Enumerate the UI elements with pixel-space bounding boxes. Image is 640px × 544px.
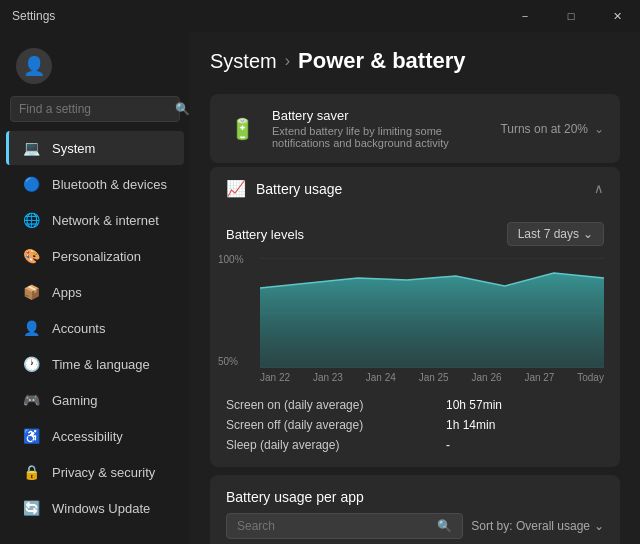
page-title: Power & battery bbox=[298, 48, 466, 74]
x-label-5: Jan 27 bbox=[524, 372, 554, 383]
personalization-icon: 🎨 bbox=[22, 247, 40, 265]
apps-icon: 📦 bbox=[22, 283, 40, 301]
sidebar-item-gaming[interactable]: 🎮 Gaming bbox=[6, 383, 184, 417]
sidebar-item-label: Windows Update bbox=[52, 501, 150, 516]
battery-per-app-section: Battery usage per app 🔍 Sort by: Overall… bbox=[210, 475, 620, 544]
avatar: 👤 bbox=[16, 48, 52, 84]
breadcrumb-parent: System bbox=[210, 50, 277, 73]
titlebar-controls: − □ ✕ bbox=[502, 0, 640, 32]
sleep-value: - bbox=[446, 438, 450, 452]
screen-off-value: 1h 14min bbox=[446, 418, 495, 432]
x-label-3: Jan 25 bbox=[419, 372, 449, 383]
sidebar-item-privacy[interactable]: 🔒 Privacy & security bbox=[6, 455, 184, 489]
per-app-header: Battery usage per app bbox=[210, 475, 620, 513]
per-app-title: Battery usage per app bbox=[226, 489, 364, 505]
system-icon: 💻 bbox=[22, 139, 40, 157]
sidebar-item-apps[interactable]: 📦 Apps bbox=[6, 275, 184, 309]
battery-saver-status: Turns on at 20% bbox=[500, 122, 588, 136]
sort-dropdown[interactable]: Sort by: Overall usage ⌄ bbox=[471, 519, 604, 533]
accessibility-icon: ♿ bbox=[22, 427, 40, 445]
sidebar-item-bluetooth[interactable]: 🔵 Bluetooth & devices bbox=[6, 167, 184, 201]
section-title: 📈 Battery usage bbox=[226, 179, 594, 198]
sidebar-item-label: Personalization bbox=[52, 249, 141, 264]
chevron-down-icon: ⌄ bbox=[594, 122, 604, 136]
minimize-button[interactable]: − bbox=[502, 0, 548, 32]
screen-off-label: Screen off (daily average) bbox=[226, 418, 446, 432]
chart-y-labels: 100% 50% bbox=[218, 254, 244, 367]
sort-chevron-icon: ⌄ bbox=[594, 519, 604, 533]
per-app-search-row: 🔍 Sort by: Overall usage ⌄ bbox=[226, 513, 604, 539]
time-range-dropdown[interactable]: Last 7 days ⌄ bbox=[507, 222, 604, 246]
bluetooth-icon: 🔵 bbox=[22, 175, 40, 193]
titlebar-left: Settings bbox=[12, 9, 55, 23]
sidebar-item-label: System bbox=[52, 141, 95, 156]
breadcrumb-chevron: › bbox=[285, 52, 290, 70]
sidebar-item-label: Bluetooth & devices bbox=[52, 177, 167, 192]
avatar-icon: 👤 bbox=[23, 55, 45, 77]
x-label-1: Jan 23 bbox=[313, 372, 343, 383]
sidebar-item-label: Network & internet bbox=[52, 213, 159, 228]
stat-row-screen-on: Screen on (daily average) 10h 57min bbox=[226, 395, 604, 415]
screen-on-value: 10h 57min bbox=[446, 398, 502, 412]
battery-saver-text: Battery saver Extend battery life by lim… bbox=[272, 108, 486, 149]
search-input[interactable] bbox=[19, 102, 169, 116]
sidebar-item-label: Accounts bbox=[52, 321, 105, 336]
dropdown-chevron-icon: ⌄ bbox=[583, 227, 593, 241]
main-content: System › Power & battery 🔋 Battery saver… bbox=[190, 32, 640, 544]
x-label-4: Jan 26 bbox=[472, 372, 502, 383]
battery-stats: Screen on (daily average) 10h 57min Scre… bbox=[210, 387, 620, 467]
stat-row-screen-off: Screen off (daily average) 1h 14min bbox=[226, 415, 604, 435]
battery-levels-header: Battery levels Last 7 days ⌄ bbox=[210, 210, 620, 254]
close-button[interactable]: ✕ bbox=[594, 0, 640, 32]
window-content: 👤 🔍 💻 System 🔵 Bluetooth & devices 🌐 Net… bbox=[0, 32, 640, 544]
privacy-icon: 🔒 bbox=[22, 463, 40, 481]
gaming-icon: 🎮 bbox=[22, 391, 40, 409]
battery-usage-section: 📈 Battery usage ∧ Battery levels Last 7 … bbox=[210, 167, 620, 467]
battery-usage-label: Battery usage bbox=[256, 181, 342, 197]
sidebar-item-label: Apps bbox=[52, 285, 82, 300]
sidebar-item-time[interactable]: 🕐 Time & language bbox=[6, 347, 184, 381]
stat-row-sleep: Sleep (daily average) - bbox=[226, 435, 604, 455]
x-label-today: Today bbox=[577, 372, 604, 383]
search-box[interactable]: 🔍 bbox=[10, 96, 180, 122]
sidebar-item-system[interactable]: 💻 System bbox=[6, 131, 184, 165]
battery-usage-header[interactable]: 📈 Battery usage ∧ bbox=[210, 167, 620, 210]
x-label-2: Jan 24 bbox=[366, 372, 396, 383]
page-header: System › Power & battery bbox=[210, 48, 620, 74]
x-label-0: Jan 22 bbox=[260, 372, 290, 383]
battery-saver-row[interactable]: 🔋 Battery saver Extend battery life by l… bbox=[210, 94, 620, 163]
screen-on-label: Screen on (daily average) bbox=[226, 398, 446, 412]
battery-saver-title: Battery saver bbox=[272, 108, 486, 123]
avatar-area: 👤 bbox=[0, 40, 190, 96]
sidebar-item-network[interactable]: 🌐 Network & internet bbox=[6, 203, 184, 237]
battery-chart-svg bbox=[260, 258, 604, 368]
settings-title: Settings bbox=[12, 9, 55, 23]
chart-container: 100% 50% bbox=[210, 254, 620, 387]
accounts-icon: 👤 bbox=[22, 319, 40, 337]
battery-saver-card: 🔋 Battery saver Extend battery life by l… bbox=[210, 94, 620, 163]
per-app-search-input[interactable] bbox=[237, 519, 431, 533]
settings-window: Settings − □ ✕ 👤 🔍 💻 System bbox=[0, 0, 640, 544]
sidebar-item-windows-update[interactable]: 🔄 Windows Update bbox=[6, 491, 184, 525]
sidebar-item-label: Privacy & security bbox=[52, 465, 155, 480]
section-collapse-icon: ∧ bbox=[594, 181, 604, 196]
windows-update-icon: 🔄 bbox=[22, 499, 40, 517]
titlebar: Settings − □ ✕ bbox=[0, 0, 640, 32]
sidebar-item-personalization[interactable]: 🎨 Personalization bbox=[6, 239, 184, 273]
search-icon: 🔍 bbox=[175, 102, 190, 116]
time-range-value: Last 7 days bbox=[518, 227, 579, 241]
battery-usage-icon: 📈 bbox=[226, 179, 246, 198]
sidebar-item-accessibility[interactable]: ♿ Accessibility bbox=[6, 419, 184, 453]
sidebar-item-label: Accessibility bbox=[52, 429, 123, 444]
battery-saver-right: Turns on at 20% ⌄ bbox=[500, 122, 604, 136]
chart-area bbox=[260, 258, 604, 368]
maximize-button[interactable]: □ bbox=[548, 0, 594, 32]
sidebar-item-accounts[interactable]: 👤 Accounts bbox=[6, 311, 184, 345]
sidebar-item-label: Time & language bbox=[52, 357, 150, 372]
per-app-search-box[interactable]: 🔍 bbox=[226, 513, 463, 539]
search-icon: 🔍 bbox=[437, 519, 452, 533]
network-icon: 🌐 bbox=[22, 211, 40, 229]
battery-saver-subtitle: Extend battery life by limiting some not… bbox=[272, 125, 486, 149]
svg-marker-3 bbox=[260, 273, 604, 368]
sidebar: 👤 🔍 💻 System 🔵 Bluetooth & devices 🌐 Net… bbox=[0, 32, 190, 544]
